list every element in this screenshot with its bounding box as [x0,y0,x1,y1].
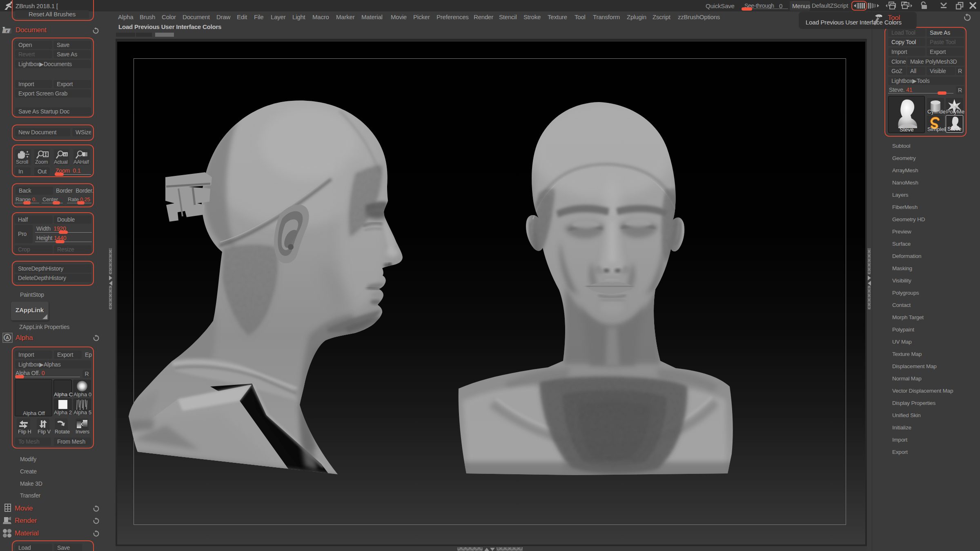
svg-text:z: z [5,29,8,33]
svg-text:A: A [6,335,9,340]
svg-text:x1: x1 [64,153,67,156]
